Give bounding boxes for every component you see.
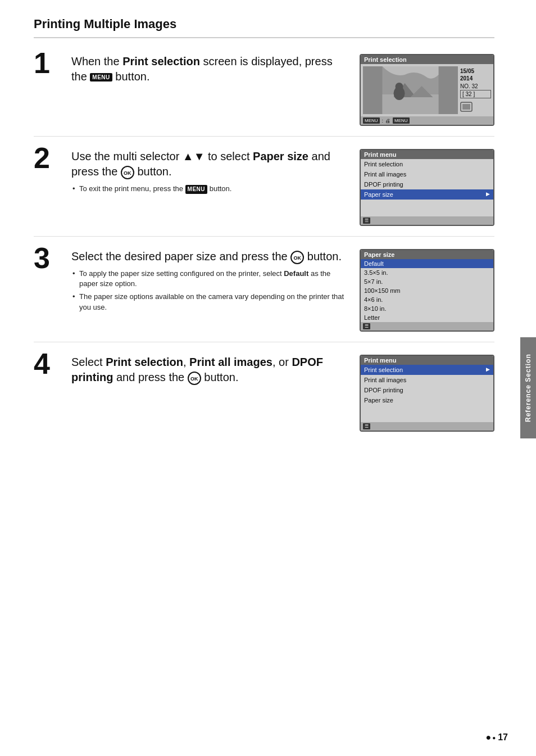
menu-tag-2: ☰ — [363, 218, 370, 224]
step-3: 3 Select the desired paper size and pres… — [34, 247, 494, 342]
menu-tag-footer2: MENU — [393, 117, 410, 124]
step-content-4: Select Print selection, Print all images… — [71, 352, 494, 432]
screen-header-4: Print menu — [361, 356, 493, 365]
print-menu-screen-2: Print menu Print selection Print all ima… — [360, 149, 494, 226]
screen-no: NO. 32 — [460, 83, 491, 89]
svg-point-3 — [396, 83, 403, 90]
menu-item-print-selection-4: Print selection — [361, 365, 493, 375]
paper-3x5: 3.5×5 in. — [361, 268, 493, 277]
step-1: 1 When the Print selection screen is dis… — [34, 52, 494, 137]
menu-tag-footer: MENU — [363, 117, 380, 124]
menu-item-print-all-4: Print all images — [361, 375, 493, 385]
screen-header-1: Print selection — [361, 55, 493, 64]
menu-item-print-all-2: Print all images — [361, 169, 493, 179]
screen-header-3: Paper size — [361, 250, 493, 259]
paper-100x150: 100×150 mm — [361, 286, 493, 295]
step-2-bullets: To exit the print menu, press the MENU b… — [71, 184, 348, 194]
step-content-2: Use the multi selector ▲▼ to select Pape… — [71, 147, 494, 226]
step-number-2: 2 — [34, 143, 65, 173]
paper-5x7: 5×7 in. — [361, 277, 493, 286]
menu-item-print-selection-2: Print selection — [361, 159, 493, 169]
step-number-4: 4 — [34, 349, 65, 378]
menu-icon-2: MENU — [185, 185, 207, 194]
ok-button-icon-3 — [290, 251, 304, 264]
print-menu-list-2: Print selection Print all images DPOF pr… — [361, 159, 493, 200]
step-3-screen: Paper size Default 3.5×5 in. 5×7 in. 100… — [360, 249, 494, 332]
print-menu-list-4: Print selection Print all images DPOF pr… — [361, 365, 493, 405]
step-4: 4 Select Print selection, Print all imag… — [34, 352, 494, 442]
menu-item-paper-size-2: Paper size — [361, 189, 493, 200]
bullet-dot-2: ● — [492, 735, 496, 741]
step-content-3: Select the desired paper size and press … — [71, 247, 494, 332]
step-4-screen: Print menu Print selection Print all ima… — [360, 355, 494, 432]
svg-rect-1 — [383, 94, 439, 114]
paper-letter: Letter — [361, 313, 493, 322]
photo-sketch-1 — [363, 66, 458, 114]
page-title: Printing Multiple Images — [34, 17, 494, 38]
page-number: ●●17 — [485, 732, 508, 743]
screen-footer-1: MENU : 🖨 MENU — [361, 116, 493, 125]
step-3-bullets: To apply the paper size setting configur… — [71, 269, 348, 313]
step-2: 2 Use the multi selector ▲▼ to select Pa… — [34, 147, 494, 237]
page-num-text: 17 — [498, 732, 508, 743]
ok-button-icon-2 — [121, 166, 134, 179]
reference-section-tab: Reference Section — [520, 337, 536, 438]
menu-tag-4: ☰ — [363, 423, 370, 429]
step-1-text: When the Print selection screen is displ… — [71, 54, 348, 84]
menu-icon-1: MENU — [90, 73, 112, 82]
bullet-2-1: To exit the print menu, press the MENU b… — [71, 184, 348, 194]
page-container: Printing Multiple Images 1 When the Prin… — [0, 0, 517, 474]
bullet-dot-1: ● — [485, 732, 491, 743]
paper-default: Default — [361, 259, 493, 268]
paper-4x6: 4×6 in. — [361, 295, 493, 304]
paper-size-screen: Paper size Default 3.5×5 in. 5×7 in. 100… — [360, 249, 494, 332]
step-3-text: Select the desired paper size and press … — [71, 249, 348, 264]
ok-button-icon-4 — [188, 372, 201, 385]
paper-size-list: Default 3.5×5 in. 5×7 in. 100×150 mm 4×6… — [361, 259, 493, 322]
menu-item-dpof-2: DPOF printing — [361, 179, 493, 189]
bullet-3-1: To apply the paper size setting configur… — [71, 269, 348, 289]
step-2-screen: Print menu Print selection Print all ima… — [360, 149, 494, 226]
screen-date: 15/052014 — [460, 67, 491, 82]
screen-footer-4: ☰ — [361, 422, 493, 431]
step-2-text: Use the multi selector ▲▼ to select Pape… — [71, 149, 348, 179]
small-icon — [460, 102, 473, 112]
paper-8x10: 8×10 in. — [361, 304, 493, 313]
svg-rect-5 — [462, 104, 470, 110]
bullet-3-2: The paper size options available on the … — [71, 292, 348, 312]
screen-footer-2: ☰ — [361, 216, 493, 225]
screen-count: [ 32 ] — [460, 90, 491, 98]
print-menu-screen-4: Print menu Print selection Print all ima… — [360, 355, 494, 432]
step-number-1: 1 — [34, 48, 65, 78]
step-number-3: 3 — [34, 243, 65, 273]
screen-footer-3: ☰ — [361, 322, 493, 331]
step-1-screen: Print selection — [360, 54, 494, 126]
step-content-1: When the Print selection screen is displ… — [71, 52, 494, 126]
menu-item-paper-size-4: Paper size — [361, 395, 493, 405]
print-selection-screen: Print selection — [360, 54, 494, 126]
menu-item-dpof-4: DPOF printing — [361, 385, 493, 395]
step-4-text: Select Print selection, Print all images… — [71, 355, 348, 385]
screen-header-2: Print menu — [361, 150, 493, 159]
menu-tag-3: ☰ — [363, 323, 370, 329]
